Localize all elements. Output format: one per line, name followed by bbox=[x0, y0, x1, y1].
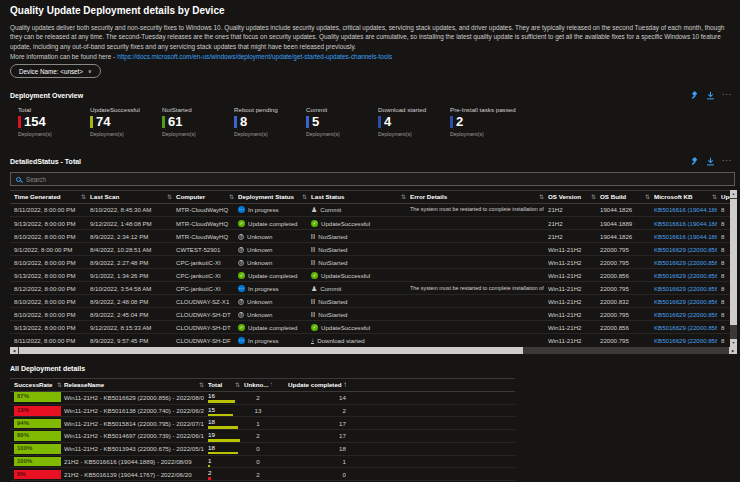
cell-update-completed-count: 17 bbox=[288, 430, 346, 442]
sort-icon[interactable]: ⇅ bbox=[235, 381, 240, 388]
deployments-table-header: SuccessRate⇅ReleaseName⇅Total⇅Unkno...⇅U… bbox=[0, 378, 740, 391]
cell-release-name: Win11-21H2 - KB5016629 (22000.856) - 202… bbox=[64, 391, 204, 404]
column-header[interactable]: Total⇅ bbox=[208, 378, 240, 391]
cell-unknown-count: 2 bbox=[244, 430, 272, 442]
cell-unknown-count: 0 bbox=[244, 456, 272, 468]
sort-icon[interactable]: ⇅ bbox=[344, 381, 346, 388]
cell-release-name: 21H2 - KB5016616 (19044.1889) - 2022/08/… bbox=[64, 456, 204, 468]
column-header[interactable]: SuccessRate⇅ bbox=[14, 378, 62, 391]
cell-unknown-count: 13 bbox=[244, 405, 272, 417]
cell-total: 18 bbox=[208, 418, 242, 429]
total-value: 19 bbox=[208, 431, 242, 438]
cell-release-name: Win11-21H2 - KB5015814 (22000.795) - 202… bbox=[64, 417, 204, 429]
column-label: Total bbox=[208, 381, 222, 388]
table-row[interactable]: 13%Win11-21H2 - KB5016138 (22000.740) - … bbox=[10, 404, 515, 417]
cell-update-completed-count: 18 bbox=[288, 443, 346, 455]
sort-icon[interactable]: ⇅ bbox=[199, 381, 204, 388]
success-rate-badge: 100% bbox=[14, 444, 61, 454]
cell-total: 16 bbox=[208, 392, 242, 403]
column-label: Unkno... bbox=[244, 381, 268, 388]
total-value: 16 bbox=[208, 392, 242, 399]
success-rate-badge: 0% bbox=[14, 470, 61, 480]
cell-unknown-count: 1 bbox=[244, 417, 272, 429]
success-rate-badge: 89% bbox=[14, 431, 61, 441]
cell-update-completed-count: 2 bbox=[288, 405, 346, 417]
total-value: 18 bbox=[208, 418, 242, 425]
column-label: Update completed bbox=[288, 381, 342, 388]
success-rate-badge: 100% bbox=[14, 457, 61, 467]
cell-release-name: Win11-21H2 - KB5014697 (22000.739) - 202… bbox=[64, 430, 204, 442]
cell-update-completed-count: 14 bbox=[288, 391, 346, 404]
total-value: 1 bbox=[208, 457, 242, 464]
total-value: 18 bbox=[208, 444, 242, 451]
cell-update-completed-count: 0 bbox=[288, 468, 346, 480]
cell-total: 18 bbox=[208, 444, 242, 455]
cell-unknown-count: 2 bbox=[244, 468, 272, 480]
cell-release-name: Win11-21H2 - KB5013943 (22000.675) - 202… bbox=[64, 443, 204, 455]
table-row[interactable]: 87%Win11-21H2 - KB5016629 (22000.856) - … bbox=[10, 391, 515, 404]
cell-total: 15 bbox=[208, 406, 242, 417]
column-header[interactable]: Update completed⇅ bbox=[288, 378, 346, 391]
success-rate-badge: 13% bbox=[14, 406, 61, 416]
quality-update-workbook: Quality Update Deployment details by Dev… bbox=[0, 0, 740, 482]
column-label: SuccessRate bbox=[14, 381, 53, 388]
table-row[interactable]: 94%Win11-21H2 - KB5015814 (22000.795) - … bbox=[10, 416, 515, 429]
table-row[interactable]: 89%Win11-21H2 - KB5014697 (22000.739) - … bbox=[10, 429, 515, 442]
total-value: 15 bbox=[208, 406, 242, 413]
cell-update-completed-count: 17 bbox=[288, 417, 346, 429]
cell-release-name: Win11-21H2 - KB5016138 (22000.740) - 202… bbox=[64, 405, 204, 417]
sort-icon[interactable]: ⇅ bbox=[270, 381, 272, 388]
cell-update-completed-count: 1 bbox=[288, 456, 346, 468]
deployments-table: SuccessRate⇅ReleaseName⇅Total⇅Unkno...⇅U… bbox=[0, 0, 740, 482]
total-bar bbox=[208, 400, 235, 403]
success-rate-badge: 94% bbox=[14, 419, 61, 429]
sort-icon[interactable]: ⇅ bbox=[57, 381, 62, 388]
cell-unknown-count: 0 bbox=[244, 443, 272, 455]
cell-total: 1 bbox=[208, 457, 242, 468]
column-header[interactable]: ReleaseName⇅ bbox=[64, 378, 204, 391]
cell-total: 19 bbox=[208, 431, 242, 442]
column-label: ReleaseName bbox=[64, 381, 104, 388]
table-row[interactable]: 100%21H2 - KB5016616 (19044.1889) - 2022… bbox=[10, 455, 515, 468]
total-value: 2 bbox=[208, 469, 242, 476]
column-header[interactable]: Unkno...⇅ bbox=[244, 378, 272, 391]
table-row[interactable]: 0%21H2 - KB5016139 (19044.1767) - 2022/0… bbox=[10, 467, 515, 480]
cell-release-name: 21H2 - KB5016139 (19044.1767) - 2022/06/… bbox=[64, 468, 204, 480]
table-row[interactable]: 100%Win11-21H2 - KB5013943 (22000.675) -… bbox=[10, 442, 515, 455]
success-rate-badge: 87% bbox=[14, 392, 61, 402]
cell-unknown-count: 2 bbox=[244, 391, 272, 404]
cell-total: 2 bbox=[208, 469, 242, 480]
